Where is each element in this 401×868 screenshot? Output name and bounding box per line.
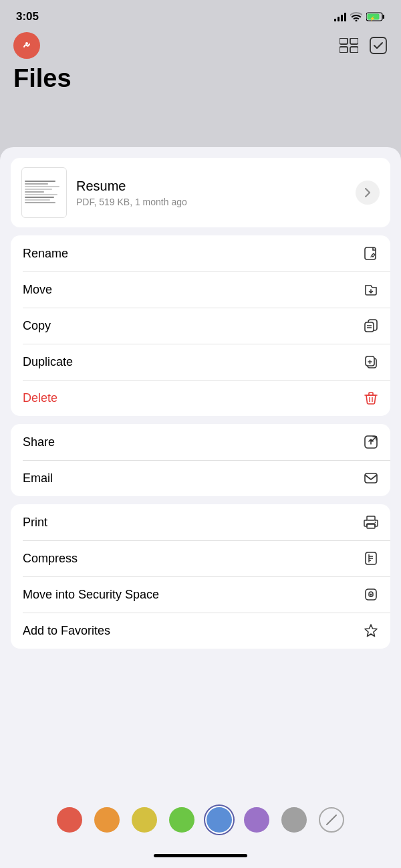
delete-button[interactable]: Delete bbox=[11, 380, 390, 416]
color-picker-row bbox=[11, 796, 390, 841]
color-dot-green[interactable] bbox=[169, 807, 194, 833]
svg-rect-6 bbox=[340, 38, 348, 44]
layout-icon[interactable] bbox=[340, 38, 358, 53]
email-button[interactable]: Email bbox=[11, 460, 390, 496]
duplicate-button[interactable]: Duplicate bbox=[11, 344, 390, 380]
home-indicator bbox=[11, 849, 390, 868]
svg-rect-25 bbox=[367, 516, 375, 520]
compress-icon bbox=[364, 551, 378, 566]
svg-line-37 bbox=[327, 815, 336, 825]
move-label: Move bbox=[23, 283, 52, 297]
svg-line-23 bbox=[372, 437, 376, 441]
svg-rect-7 bbox=[350, 38, 358, 44]
file-info-text: Resume PDF, 519 KB, 1 month ago bbox=[76, 179, 346, 207]
rename-icon bbox=[364, 246, 378, 261]
duplicate-label: Duplicate bbox=[23, 355, 73, 369]
copy-icon bbox=[364, 318, 378, 333]
svg-rect-8 bbox=[340, 47, 348, 53]
rename-label: Rename bbox=[23, 247, 68, 261]
favorites-button[interactable]: Add to Favorites bbox=[11, 613, 390, 649]
file-info-card: Resume PDF, 519 KB, 1 month ago bbox=[11, 158, 390, 227]
svg-point-5 bbox=[25, 42, 28, 45]
svg-rect-10 bbox=[370, 37, 386, 53]
file-meta: PDF, 519 KB, 1 month ago bbox=[76, 197, 346, 207]
duplicate-icon bbox=[364, 354, 378, 369]
nav-right bbox=[340, 36, 388, 55]
color-dot-purple[interactable] bbox=[244, 807, 269, 833]
svg-rect-1 bbox=[383, 15, 385, 19]
delete-label: Delete bbox=[23, 391, 57, 405]
print-button[interactable]: Print bbox=[11, 504, 390, 540]
security-label: Move into Security Space bbox=[23, 588, 159, 602]
check-icon[interactable] bbox=[369, 36, 388, 55]
rename-button[interactable]: Rename bbox=[11, 235, 390, 272]
color-dot-none[interactable] bbox=[319, 807, 344, 833]
color-dot-orange[interactable] bbox=[94, 807, 120, 833]
svg-point-34 bbox=[370, 594, 372, 596]
color-dot-gray[interactable] bbox=[281, 807, 307, 833]
share-button[interactable]: Share bbox=[11, 424, 390, 460]
signal-icon bbox=[334, 12, 346, 21]
menu-group-1: Rename Move Copy bbox=[11, 235, 390, 416]
file-chevron-button[interactable] bbox=[356, 181, 380, 205]
wifi-icon bbox=[350, 12, 362, 21]
status-time: 3:05 bbox=[16, 10, 39, 23]
print-label: Print bbox=[23, 516, 47, 530]
svg-text:⚡: ⚡ bbox=[370, 15, 376, 21]
compress-label: Compress bbox=[23, 552, 78, 566]
share-label: Share bbox=[23, 435, 55, 449]
favorites-icon bbox=[364, 623, 378, 638]
logo-icon bbox=[19, 37, 35, 53]
status-icons: ⚡ bbox=[334, 12, 385, 21]
security-icon bbox=[364, 587, 378, 602]
file-name: Resume bbox=[76, 179, 346, 194]
battery-icon: ⚡ bbox=[366, 12, 385, 21]
status-bar: 3:05 ⚡ bbox=[0, 0, 401, 29]
print-icon bbox=[364, 515, 378, 530]
favorites-label: Add to Favorites bbox=[23, 624, 110, 638]
compress-button[interactable]: Compress bbox=[11, 540, 390, 576]
chevron-right-icon bbox=[364, 187, 371, 198]
menu-group-2: Share Email bbox=[11, 424, 390, 496]
svg-rect-24 bbox=[365, 473, 377, 483]
security-button[interactable]: Move into Security Space bbox=[11, 576, 390, 613]
share-icon bbox=[364, 435, 378, 449]
top-nav bbox=[0, 29, 401, 59]
color-dot-red[interactable] bbox=[57, 807, 82, 833]
page-title: Files bbox=[0, 59, 401, 104]
move-button[interactable]: Move bbox=[11, 272, 390, 308]
color-dot-blue[interactable] bbox=[207, 807, 232, 833]
home-bar bbox=[154, 854, 247, 857]
svg-marker-36 bbox=[365, 625, 377, 637]
delete-icon bbox=[364, 391, 378, 405]
none-icon bbox=[325, 813, 338, 827]
file-thumbnail bbox=[21, 167, 67, 218]
svg-point-27 bbox=[375, 522, 376, 523]
move-icon bbox=[364, 282, 378, 297]
copy-label: Copy bbox=[23, 319, 51, 333]
svg-rect-9 bbox=[350, 47, 358, 53]
app-logo bbox=[13, 32, 40, 59]
copy-button[interactable]: Copy bbox=[11, 308, 390, 344]
action-sheet: Resume PDF, 519 KB, 1 month ago Rename M… bbox=[0, 147, 401, 868]
color-dot-yellow[interactable] bbox=[132, 807, 157, 833]
email-icon bbox=[364, 471, 378, 485]
svg-rect-13 bbox=[365, 322, 374, 332]
email-label: Email bbox=[23, 471, 53, 485]
menu-group-3: Print Compress bbox=[11, 504, 390, 649]
